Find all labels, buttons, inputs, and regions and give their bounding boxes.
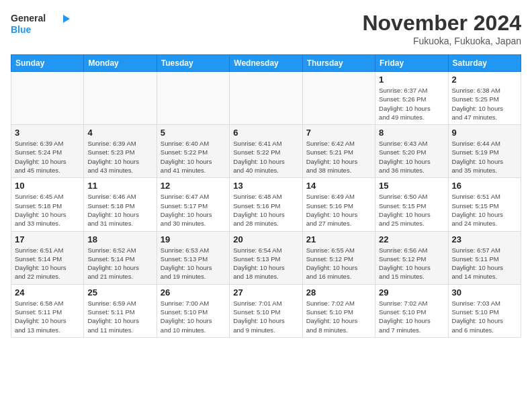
day-number: 14 bbox=[306, 181, 371, 191]
day-number: 23 bbox=[452, 234, 517, 244]
day-number: 19 bbox=[161, 234, 226, 244]
day-number: 21 bbox=[306, 234, 371, 244]
calendar-day-cell bbox=[230, 72, 302, 125]
day-number: 12 bbox=[161, 181, 226, 191]
weekday-header: Monday bbox=[84, 55, 157, 72]
day-info: Sunrise: 6:42 AM Sunset: 5:21 PM Dayligh… bbox=[306, 139, 371, 175]
calendar-day-cell bbox=[84, 72, 157, 125]
day-info: Sunrise: 6:38 AM Sunset: 5:25 PM Dayligh… bbox=[452, 86, 517, 122]
day-info: Sunrise: 6:37 AM Sunset: 5:26 PM Dayligh… bbox=[379, 86, 444, 122]
calendar-day-cell: 30Sunrise: 7:03 AM Sunset: 5:10 PM Dayli… bbox=[448, 284, 521, 337]
title-block: November 2024 Fukuoka, Fukuoka, Japan bbox=[362, 11, 521, 46]
calendar-day-cell: 19Sunrise: 6:53 AM Sunset: 5:13 PM Dayli… bbox=[157, 231, 229, 284]
day-number: 28 bbox=[306, 287, 371, 298]
day-info: Sunrise: 6:48 AM Sunset: 5:16 PM Dayligh… bbox=[233, 192, 298, 228]
calendar-day-cell: 2Sunrise: 6:38 AM Sunset: 5:25 PM Daylig… bbox=[448, 72, 521, 125]
location: Fukuoka, Fukuoka, Japan bbox=[362, 36, 521, 46]
day-info: Sunrise: 6:41 AM Sunset: 5:22 PM Dayligh… bbox=[233, 139, 298, 175]
day-number: 8 bbox=[379, 128, 444, 138]
calendar-day-cell: 12Sunrise: 6:47 AM Sunset: 5:17 PM Dayli… bbox=[157, 178, 229, 231]
calendar-day-cell: 9Sunrise: 6:44 AM Sunset: 5:19 PM Daylig… bbox=[448, 125, 521, 178]
calendar-day-cell: 28Sunrise: 7:02 AM Sunset: 5:10 PM Dayli… bbox=[302, 284, 375, 337]
calendar-day-cell: 6Sunrise: 6:41 AM Sunset: 5:22 PM Daylig… bbox=[230, 125, 302, 178]
page-header: General Blue November 2024 Fukuoka, Fuku… bbox=[11, 11, 521, 46]
logo: General Blue bbox=[11, 11, 71, 36]
day-number: 1 bbox=[379, 75, 444, 85]
calendar-day-cell: 22Sunrise: 6:56 AM Sunset: 5:12 PM Dayli… bbox=[375, 231, 448, 284]
day-number: 6 bbox=[233, 128, 298, 138]
weekday-header: Saturday bbox=[448, 55, 521, 72]
calendar-day-cell bbox=[302, 72, 375, 125]
calendar-day-cell: 13Sunrise: 6:48 AM Sunset: 5:16 PM Dayli… bbox=[230, 178, 302, 231]
logo-icon: General Blue bbox=[11, 11, 71, 36]
weekday-header-row: SundayMondayTuesdayWednesdayThursdayFrid… bbox=[11, 55, 521, 72]
day-info: Sunrise: 6:43 AM Sunset: 5:20 PM Dayligh… bbox=[379, 139, 444, 175]
day-number: 3 bbox=[15, 128, 80, 138]
day-number: 10 bbox=[15, 181, 80, 191]
svg-text:Blue: Blue bbox=[11, 24, 32, 35]
day-info: Sunrise: 6:51 AM Sunset: 5:14 PM Dayligh… bbox=[15, 246, 80, 281]
svg-marker-2 bbox=[63, 15, 70, 23]
calendar-week-row: 10Sunrise: 6:45 AM Sunset: 5:18 PM Dayli… bbox=[11, 178, 521, 231]
calendar-day-cell: 11Sunrise: 6:46 AM Sunset: 5:18 PM Dayli… bbox=[84, 178, 157, 231]
day-number: 27 bbox=[233, 287, 298, 298]
calendar-day-cell: 10Sunrise: 6:45 AM Sunset: 5:18 PM Dayli… bbox=[11, 178, 84, 231]
day-number: 11 bbox=[87, 181, 152, 191]
day-info: Sunrise: 6:39 AM Sunset: 5:23 PM Dayligh… bbox=[87, 139, 152, 175]
calendar-week-row: 17Sunrise: 6:51 AM Sunset: 5:14 PM Dayli… bbox=[11, 231, 521, 284]
day-info: Sunrise: 7:01 AM Sunset: 5:10 PM Dayligh… bbox=[233, 299, 298, 334]
day-info: Sunrise: 6:55 AM Sunset: 5:12 PM Dayligh… bbox=[306, 246, 371, 281]
day-info: Sunrise: 7:02 AM Sunset: 5:10 PM Dayligh… bbox=[306, 299, 371, 334]
day-number: 5 bbox=[161, 128, 226, 138]
day-info: Sunrise: 7:03 AM Sunset: 5:10 PM Dayligh… bbox=[452, 299, 517, 334]
day-number: 17 bbox=[15, 234, 80, 244]
day-number: 16 bbox=[452, 181, 517, 191]
day-number: 26 bbox=[161, 287, 226, 298]
calendar-day-cell: 21Sunrise: 6:55 AM Sunset: 5:12 PM Dayli… bbox=[302, 231, 375, 284]
day-number: 9 bbox=[452, 128, 517, 138]
day-info: Sunrise: 6:53 AM Sunset: 5:13 PM Dayligh… bbox=[161, 246, 226, 281]
calendar-day-cell: 8Sunrise: 6:43 AM Sunset: 5:20 PM Daylig… bbox=[375, 125, 448, 178]
day-number: 13 bbox=[233, 181, 298, 191]
day-number: 18 bbox=[87, 234, 152, 244]
svg-text:General: General bbox=[11, 13, 46, 24]
weekday-header: Tuesday bbox=[157, 55, 229, 72]
calendar-week-row: 24Sunrise: 6:58 AM Sunset: 5:11 PM Dayli… bbox=[11, 284, 521, 337]
calendar-day-cell: 3Sunrise: 6:39 AM Sunset: 5:24 PM Daylig… bbox=[11, 125, 84, 178]
day-number: 7 bbox=[306, 128, 371, 138]
day-info: Sunrise: 6:54 AM Sunset: 5:13 PM Dayligh… bbox=[233, 246, 298, 281]
calendar-day-cell: 1Sunrise: 6:37 AM Sunset: 5:26 PM Daylig… bbox=[375, 72, 448, 125]
day-info: Sunrise: 6:40 AM Sunset: 5:22 PM Dayligh… bbox=[161, 139, 226, 175]
day-info: Sunrise: 6:50 AM Sunset: 5:15 PM Dayligh… bbox=[379, 192, 444, 228]
day-number: 22 bbox=[379, 234, 444, 244]
day-info: Sunrise: 6:58 AM Sunset: 5:11 PM Dayligh… bbox=[15, 299, 80, 334]
day-info: Sunrise: 6:57 AM Sunset: 5:11 PM Dayligh… bbox=[452, 246, 517, 281]
day-number: 4 bbox=[87, 128, 152, 138]
calendar-table: SundayMondayTuesdayWednesdayThursdayFrid… bbox=[11, 54, 521, 338]
calendar-day-cell: 20Sunrise: 6:54 AM Sunset: 5:13 PM Dayli… bbox=[230, 231, 302, 284]
day-number: 29 bbox=[379, 287, 444, 298]
calendar-day-cell: 25Sunrise: 6:59 AM Sunset: 5:11 PM Dayli… bbox=[84, 284, 157, 337]
weekday-header: Friday bbox=[375, 55, 448, 72]
day-info: Sunrise: 6:49 AM Sunset: 5:16 PM Dayligh… bbox=[306, 192, 371, 228]
calendar-week-row: 3Sunrise: 6:39 AM Sunset: 5:24 PM Daylig… bbox=[11, 125, 521, 178]
day-info: Sunrise: 6:44 AM Sunset: 5:19 PM Dayligh… bbox=[452, 139, 517, 175]
day-number: 24 bbox=[15, 287, 80, 298]
day-info: Sunrise: 7:02 AM Sunset: 5:10 PM Dayligh… bbox=[379, 299, 444, 334]
calendar-day-cell: 15Sunrise: 6:50 AM Sunset: 5:15 PM Dayli… bbox=[375, 178, 448, 231]
day-info: Sunrise: 6:47 AM Sunset: 5:17 PM Dayligh… bbox=[161, 192, 226, 228]
day-info: Sunrise: 6:46 AM Sunset: 5:18 PM Dayligh… bbox=[87, 192, 152, 228]
day-number: 15 bbox=[379, 181, 444, 191]
weekday-header: Thursday bbox=[302, 55, 375, 72]
calendar-day-cell: 14Sunrise: 6:49 AM Sunset: 5:16 PM Dayli… bbox=[302, 178, 375, 231]
day-info: Sunrise: 6:52 AM Sunset: 5:14 PM Dayligh… bbox=[87, 246, 152, 281]
calendar-day-cell: 17Sunrise: 6:51 AM Sunset: 5:14 PM Dayli… bbox=[11, 231, 84, 284]
calendar-day-cell: 29Sunrise: 7:02 AM Sunset: 5:10 PM Dayli… bbox=[375, 284, 448, 337]
calendar-week-row: 1Sunrise: 6:37 AM Sunset: 5:26 PM Daylig… bbox=[11, 72, 521, 125]
calendar-day-cell: 7Sunrise: 6:42 AM Sunset: 5:21 PM Daylig… bbox=[302, 125, 375, 178]
calendar-day-cell: 5Sunrise: 6:40 AM Sunset: 5:22 PM Daylig… bbox=[157, 125, 229, 178]
weekday-header: Wednesday bbox=[230, 55, 302, 72]
day-info: Sunrise: 6:59 AM Sunset: 5:11 PM Dayligh… bbox=[87, 299, 152, 334]
calendar-day-cell: 24Sunrise: 6:58 AM Sunset: 5:11 PM Dayli… bbox=[11, 284, 84, 337]
day-number: 2 bbox=[452, 75, 517, 85]
